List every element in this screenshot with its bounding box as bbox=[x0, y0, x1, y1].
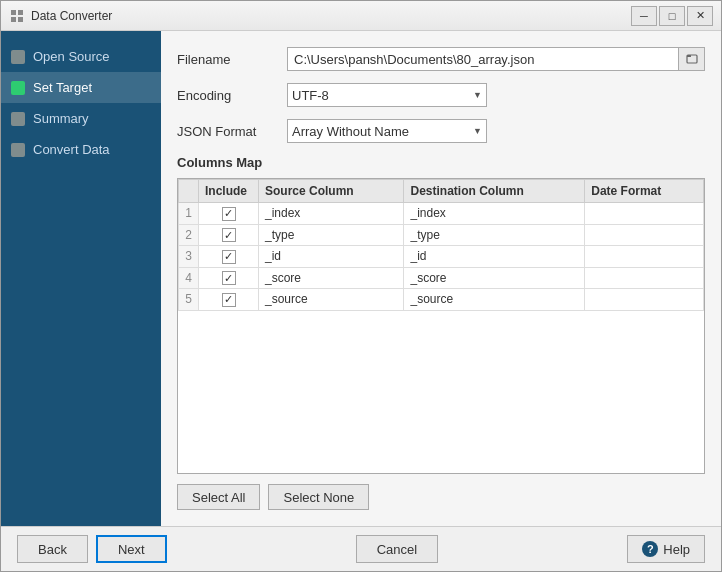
include-checkbox[interactable] bbox=[222, 207, 236, 221]
main-content: Open Source Set Target Summary Convert D… bbox=[1, 31, 721, 526]
date-format-cell bbox=[585, 203, 704, 225]
sidebar-label-convert-data: Convert Data bbox=[33, 142, 110, 157]
col-header-rownum bbox=[179, 180, 199, 203]
next-button[interactable]: Next bbox=[96, 535, 167, 563]
json-format-select[interactable]: Array Without Name Array With Name Objec… bbox=[287, 119, 487, 143]
json-format-select-wrapper: Array Without Name Array With Name Objec… bbox=[287, 119, 487, 143]
sidebar-dot-summary bbox=[11, 112, 25, 126]
date-format-cell bbox=[585, 246, 704, 268]
include-checkbox[interactable] bbox=[222, 293, 236, 307]
destination-column-cell: _index bbox=[404, 203, 585, 225]
destination-column-cell: _type bbox=[404, 224, 585, 246]
source-column-cell: _id bbox=[259, 246, 404, 268]
titlebar: Data Converter ─ □ ✕ bbox=[1, 1, 721, 31]
window-title: Data Converter bbox=[31, 9, 631, 23]
include-checkbox[interactable] bbox=[222, 250, 236, 264]
row-number: 3 bbox=[179, 246, 199, 268]
filename-label: Filename bbox=[177, 52, 287, 67]
json-format-row: JSON Format Array Without Name Array Wit… bbox=[177, 119, 705, 143]
svg-rect-5 bbox=[687, 55, 691, 57]
footer: Back Next Cancel ? Help bbox=[1, 526, 721, 571]
row-number: 1 bbox=[179, 203, 199, 225]
svg-rect-3 bbox=[18, 17, 23, 22]
encoding-select-wrapper: UTF-8 UTF-16 ASCII ISO-8859-1 bbox=[287, 83, 487, 107]
sidebar-label-set-target: Set Target bbox=[33, 80, 92, 95]
row-number: 4 bbox=[179, 267, 199, 289]
filename-input-wrapper bbox=[287, 47, 705, 71]
include-cell bbox=[199, 289, 259, 311]
right-panel: Filename Encoding UTF-8 UTF-16 ASCII I bbox=[161, 31, 721, 526]
filename-row: Filename bbox=[177, 47, 705, 71]
destination-column-cell: _source bbox=[404, 289, 585, 311]
table-row: 5_source_source bbox=[179, 289, 704, 311]
window-controls: ─ □ ✕ bbox=[631, 6, 713, 26]
cancel-button[interactable]: Cancel bbox=[356, 535, 438, 563]
select-none-button[interactable]: Select None bbox=[268, 484, 369, 510]
svg-rect-0 bbox=[11, 10, 16, 15]
table-row: 4_score_score bbox=[179, 267, 704, 289]
columns-map-table: Include Source Column Destination Column… bbox=[178, 179, 704, 311]
sidebar-item-summary[interactable]: Summary bbox=[1, 103, 161, 134]
sidebar: Open Source Set Target Summary Convert D… bbox=[1, 31, 161, 526]
source-column-cell: _score bbox=[259, 267, 404, 289]
help-label: Help bbox=[663, 542, 690, 557]
col-header-include: Include bbox=[199, 180, 259, 203]
columns-map-label: Columns Map bbox=[177, 155, 705, 170]
select-all-button[interactable]: Select All bbox=[177, 484, 260, 510]
include-cell bbox=[199, 246, 259, 268]
source-column-cell: _source bbox=[259, 289, 404, 311]
include-cell bbox=[199, 267, 259, 289]
source-column-cell: _index bbox=[259, 203, 404, 225]
help-button[interactable]: ? Help bbox=[627, 535, 705, 563]
row-number: 5 bbox=[179, 289, 199, 311]
include-cell bbox=[199, 224, 259, 246]
table-row: 1_index_index bbox=[179, 203, 704, 225]
sidebar-dot-open-source bbox=[11, 50, 25, 64]
svg-rect-1 bbox=[18, 10, 23, 15]
sidebar-item-open-source[interactable]: Open Source bbox=[1, 41, 161, 72]
filename-input[interactable] bbox=[287, 47, 679, 71]
date-format-cell bbox=[585, 289, 704, 311]
row-number: 2 bbox=[179, 224, 199, 246]
back-button[interactable]: Back bbox=[17, 535, 88, 563]
table-header-row: Include Source Column Destination Column… bbox=[179, 180, 704, 203]
main-window: Data Converter ─ □ ✕ Open Source Set Tar… bbox=[0, 0, 722, 572]
sidebar-item-set-target[interactable]: Set Target bbox=[1, 72, 161, 103]
encoding-select[interactable]: UTF-8 UTF-16 ASCII ISO-8859-1 bbox=[287, 83, 487, 107]
include-cell bbox=[199, 203, 259, 225]
col-header-date-format: Date Format bbox=[585, 180, 704, 203]
destination-column-cell: _id bbox=[404, 246, 585, 268]
date-format-cell bbox=[585, 224, 704, 246]
browse-button[interactable] bbox=[679, 47, 705, 71]
include-checkbox[interactable] bbox=[222, 228, 236, 242]
table-row: 3_id_id bbox=[179, 246, 704, 268]
date-format-cell bbox=[585, 267, 704, 289]
encoding-row: Encoding UTF-8 UTF-16 ASCII ISO-8859-1 bbox=[177, 83, 705, 107]
help-icon: ? bbox=[642, 541, 658, 557]
sidebar-item-convert-data[interactable]: Convert Data bbox=[1, 134, 161, 165]
sidebar-dot-set-target bbox=[11, 81, 25, 95]
app-icon bbox=[9, 8, 25, 24]
svg-rect-2 bbox=[11, 17, 16, 22]
destination-column-cell: _score bbox=[404, 267, 585, 289]
minimize-button[interactable]: ─ bbox=[631, 6, 657, 26]
columns-map-table-container: Include Source Column Destination Column… bbox=[177, 178, 705, 474]
source-column-cell: _type bbox=[259, 224, 404, 246]
col-header-destination: Destination Column bbox=[404, 180, 585, 203]
include-checkbox[interactable] bbox=[222, 271, 236, 285]
json-format-label: JSON Format bbox=[177, 124, 287, 139]
col-header-source: Source Column bbox=[259, 180, 404, 203]
maximize-button[interactable]: □ bbox=[659, 6, 685, 26]
encoding-label: Encoding bbox=[177, 88, 287, 103]
sidebar-label-summary: Summary bbox=[33, 111, 89, 126]
bottom-controls: Select All Select None bbox=[177, 484, 705, 510]
table-row: 2_type_type bbox=[179, 224, 704, 246]
close-button[interactable]: ✕ bbox=[687, 6, 713, 26]
sidebar-dot-convert-data bbox=[11, 143, 25, 157]
sidebar-label-open-source: Open Source bbox=[33, 49, 110, 64]
